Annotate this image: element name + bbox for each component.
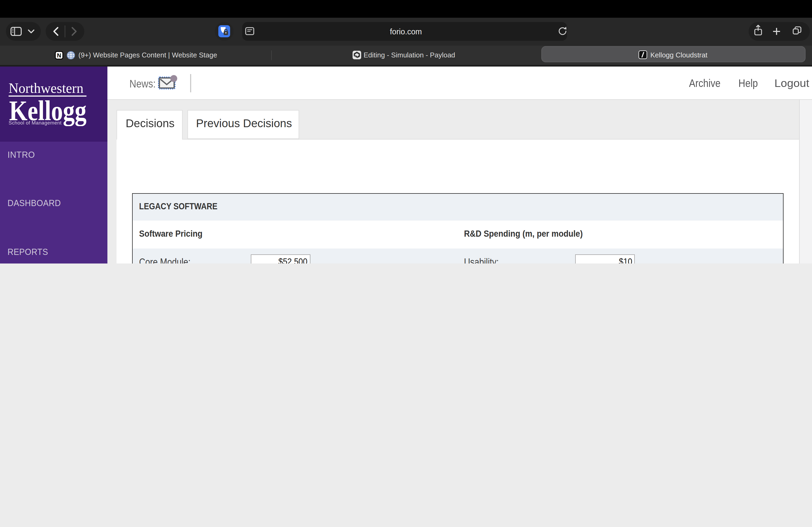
svg-text:N: N [57,52,61,59]
